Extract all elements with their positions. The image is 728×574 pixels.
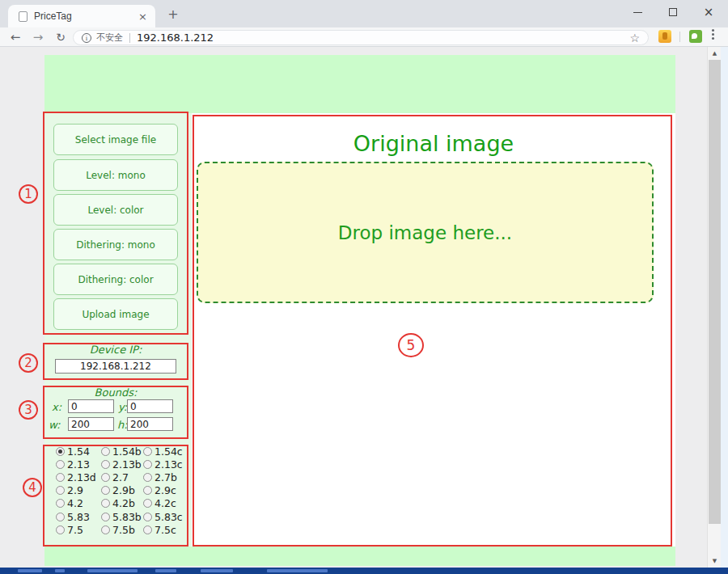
- back-button[interactable]: ←: [6, 28, 24, 46]
- scroll-down-icon[interactable]: ▼: [708, 555, 722, 568]
- taskbar-artifact: [155, 569, 176, 572]
- annotation-marker-1: 1: [19, 184, 38, 204]
- info-icon[interactable]: i: [82, 33, 91, 43]
- scrollbar[interactable]: ▲ ▼: [707, 47, 721, 568]
- maximize-icon: [669, 8, 677, 16]
- annotation-marker-5: 5: [398, 333, 424, 357]
- annotation-box-1: [43, 112, 188, 335]
- tab-close-icon[interactable]: ×: [137, 11, 149, 23]
- scrollbar-thumb[interactable]: [709, 60, 721, 524]
- url-text[interactable]: 192.168.1.212: [137, 32, 629, 44]
- taskbar-artifact: [201, 569, 233, 572]
- refresh-button[interactable]: ↻: [52, 28, 70, 46]
- address-separator: [129, 33, 130, 43]
- taskbar-artifact: [87, 569, 138, 572]
- annotation-marker-4: 4: [23, 478, 42, 497]
- scroll-up-icon[interactable]: ▲: [708, 47, 722, 60]
- window-controls: ×: [620, 0, 726, 24]
- annotation-box-4: [43, 445, 188, 547]
- minimize-icon: [633, 12, 642, 13]
- taskbar-artifact: [55, 569, 65, 572]
- window-minimize-button[interactable]: [620, 0, 655, 24]
- window-maximize-button[interactable]: [655, 0, 691, 24]
- taskbar-strip: [0, 568, 728, 574]
- extension-icon-green[interactable]: [689, 30, 702, 43]
- forward-button[interactable]: →: [29, 28, 47, 46]
- annotation-marker-2: 2: [19, 353, 38, 373]
- taskbar-artifact: [267, 569, 328, 572]
- annotation-box-3: [43, 386, 188, 439]
- browser-menu-icon[interactable]: [712, 33, 714, 36]
- window-right-edge: [721, 47, 728, 568]
- annotation-marker-3: 3: [19, 400, 38, 420]
- page-favicon-icon: [19, 11, 28, 22]
- page-viewport: Select image file Level: mono Level: col…: [0, 47, 707, 568]
- tab-strip: PriceTag × + ×: [0, 0, 728, 27]
- annotation-box-5: [193, 115, 672, 547]
- security-label: 不安全: [96, 32, 123, 44]
- bookmark-star-icon[interactable]: ☆: [629, 32, 640, 44]
- window-close-button[interactable]: ×: [691, 0, 726, 24]
- taskbar-artifact: [18, 569, 42, 572]
- extension-icon-yellow[interactable]: [658, 30, 671, 43]
- browser-window: PriceTag × + × ← → ↻ i 不安全 192.168.1.212…: [0, 0, 728, 574]
- extension-divider: [679, 32, 680, 42]
- new-tab-button[interactable]: +: [163, 6, 183, 23]
- browser-tab[interactable]: PriceTag ×: [8, 5, 155, 27]
- address-bar[interactable]: i 不安全 192.168.1.212 ☆: [73, 30, 649, 45]
- tab-title: PriceTag: [34, 11, 137, 22]
- annotation-box-2: [43, 343, 188, 380]
